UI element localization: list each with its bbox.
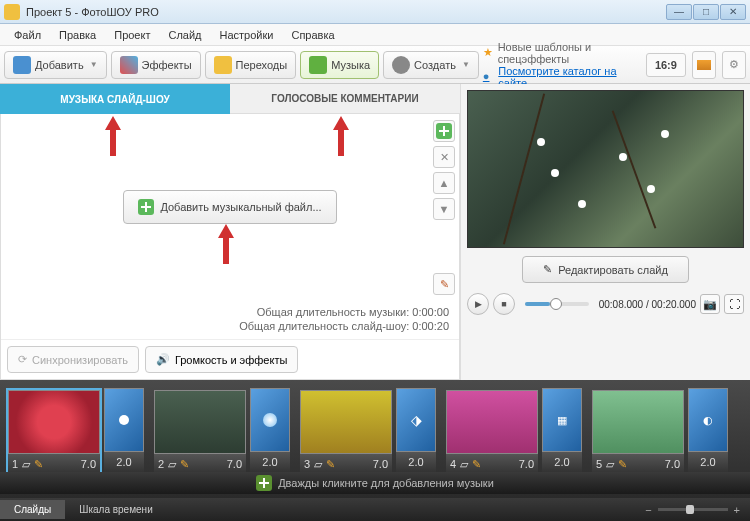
menu-slide[interactable]: Слайд bbox=[160, 27, 209, 43]
menu-help[interactable]: Справка bbox=[283, 27, 342, 43]
maximize-button[interactable]: □ bbox=[693, 4, 719, 20]
transition-thumbnail: ⬗ bbox=[396, 388, 436, 452]
star-icon bbox=[214, 56, 232, 74]
edit-icon: ▱ bbox=[606, 458, 614, 471]
aspect-ratio-button[interactable]: 16:9 bbox=[646, 53, 686, 77]
brush-icon: ✎ bbox=[440, 278, 449, 291]
minimize-button[interactable]: — bbox=[666, 4, 692, 20]
settings-button[interactable]: ⚙ bbox=[722, 51, 746, 79]
play-button[interactable]: ▶ bbox=[467, 293, 489, 315]
layout-icon bbox=[697, 60, 711, 70]
slide-thumbnail bbox=[8, 390, 100, 454]
edit-icon: ▱ bbox=[314, 458, 322, 471]
slider-thumb[interactable] bbox=[686, 505, 694, 514]
camera-icon bbox=[13, 56, 31, 74]
expand-icon: ⛶ bbox=[729, 298, 740, 310]
annotation-arrow-icon bbox=[216, 224, 236, 264]
promo-block: ★Новые шаблоны и спецэффекты ●Посмотрите… bbox=[483, 41, 640, 89]
time-display: 00:08.000 / 00:20.000 bbox=[599, 299, 696, 310]
slide-thumbnail bbox=[446, 390, 538, 454]
menu-file[interactable]: Файл bbox=[6, 27, 49, 43]
menu-project[interactable]: Проект bbox=[106, 27, 158, 43]
globe-icon: ● bbox=[483, 70, 495, 84]
zoom-control: − + bbox=[645, 504, 740, 516]
pencil-icon: ✎ bbox=[34, 458, 43, 471]
transition-thumbnail: ▦ bbox=[542, 388, 582, 452]
app-icon bbox=[4, 4, 20, 20]
fullscreen-button[interactable]: ⛶ bbox=[724, 294, 744, 314]
star-icon: ★ bbox=[483, 46, 495, 60]
menu-settings[interactable]: Настройки bbox=[212, 27, 282, 43]
toolbar: Добавить▼ Эффекты Переходы Музыка Создат… bbox=[0, 46, 750, 84]
add-button[interactable]: Добавить▼ bbox=[4, 51, 107, 79]
pencil-icon: ✎ bbox=[472, 458, 481, 471]
plus-icon bbox=[138, 199, 154, 215]
transition-thumbnail bbox=[250, 388, 290, 452]
music-button[interactable]: Музыка bbox=[300, 51, 379, 79]
sync-icon: ⟳ bbox=[18, 353, 27, 366]
slide-thumbnail bbox=[300, 390, 392, 454]
timeline: 1▱✎7.0 2.0 2▱✎7.0 2.0 3▱✎7.0 ⬗ 2.0 4▱✎7.… bbox=[0, 380, 750, 498]
camera-icon: 📷 bbox=[703, 298, 717, 311]
transition-thumbnail: ◐ bbox=[688, 388, 728, 452]
chevron-down-icon: ▼ bbox=[462, 60, 470, 69]
volume-effects-button[interactable]: 🔊Громкость и эффекты bbox=[145, 346, 298, 373]
plus-icon bbox=[256, 475, 272, 491]
music-note-icon bbox=[309, 56, 327, 74]
preview-image bbox=[467, 90, 744, 248]
zoom-slider[interactable] bbox=[658, 508, 728, 511]
transition-thumbnail bbox=[104, 388, 144, 452]
slide-thumbnail bbox=[592, 390, 684, 454]
gear-icon: ⚙ bbox=[729, 58, 739, 71]
snapshot-button[interactable]: 📷 bbox=[700, 294, 720, 314]
pencil-icon: ✎ bbox=[180, 458, 189, 471]
tab-timescale[interactable]: Шкала времени bbox=[65, 500, 166, 519]
tab-slides[interactable]: Слайды bbox=[0, 500, 65, 519]
duration-info: Общая длительность музыки: 0:00:00 Общая… bbox=[1, 299, 459, 339]
edit-icon: ▱ bbox=[168, 458, 176, 471]
edit-icon: ▱ bbox=[22, 458, 30, 471]
playback-controls: ▶ ■ 00:08.000 / 00:20.000 📷 ⛶ bbox=[467, 289, 744, 319]
transitions-button[interactable]: Переходы bbox=[205, 51, 297, 79]
edit-icon: ▱ bbox=[460, 458, 468, 471]
color-picker-button[interactable]: ✎ bbox=[433, 273, 455, 295]
menu-edit[interactable]: Правка bbox=[51, 27, 104, 43]
stop-button[interactable]: ■ bbox=[493, 293, 515, 315]
pencil-icon: ✎ bbox=[326, 458, 335, 471]
template-button[interactable] bbox=[692, 51, 716, 79]
close-button[interactable]: ✕ bbox=[720, 4, 746, 20]
chevron-down-icon: ▼ bbox=[90, 60, 98, 69]
speaker-icon: 🔊 bbox=[156, 353, 170, 366]
tab-voice[interactable]: ГОЛОСОВЫЕ КОММЕНТАРИИ bbox=[230, 84, 460, 114]
effects-button[interactable]: Эффекты bbox=[111, 51, 201, 79]
pencil-icon: ✎ bbox=[618, 458, 627, 471]
create-button[interactable]: Создать▼ bbox=[383, 51, 479, 79]
sync-button[interactable]: ⟳Синхронизировать bbox=[7, 346, 139, 373]
tab-music[interactable]: МУЗЫКА СЛАЙД-ШОУ bbox=[0, 84, 230, 114]
edit-slide-button[interactable]: ✎ Редактировать слайд bbox=[522, 256, 689, 283]
music-panel: МУЗЫКА СЛАЙД-ШОУ ГОЛОСОВЫЕ КОММЕНТАРИИ ✕… bbox=[0, 84, 460, 380]
add-music-file-button[interactable]: Добавить музыкальный файл... bbox=[123, 190, 336, 224]
palette-icon bbox=[120, 56, 138, 74]
window-title: Проект 5 - ФотоШОУ PRO bbox=[26, 6, 666, 18]
preview-panel: ✎ Редактировать слайд ▶ ■ 00:08.000 / 00… bbox=[460, 84, 750, 380]
zoom-out-icon[interactable]: − bbox=[645, 504, 651, 516]
playback-slider[interactable] bbox=[525, 302, 589, 306]
zoom-in-icon[interactable]: + bbox=[734, 504, 740, 516]
titlebar: Проект 5 - ФотоШОУ PRO — □ ✕ bbox=[0, 0, 750, 24]
pencil-icon: ✎ bbox=[543, 263, 552, 276]
bottom-tabbar: Слайды Шкала времени − + bbox=[0, 498, 750, 521]
music-track-hint[interactable]: Дважды кликните для добавления музыки bbox=[0, 472, 750, 494]
disc-icon bbox=[392, 56, 410, 74]
slide-thumbnail bbox=[154, 390, 246, 454]
slider-thumb[interactable] bbox=[550, 298, 562, 310]
